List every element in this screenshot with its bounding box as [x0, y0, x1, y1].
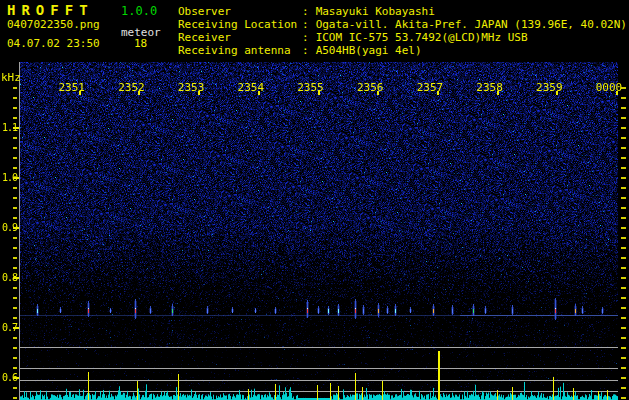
app-version: 1.0.0: [121, 4, 157, 18]
freq-minor-tick-right: [621, 197, 626, 199]
freq-minor-tick-right: [621, 137, 626, 139]
time-tick: [616, 91, 618, 95]
freq-minor-tick-right: [621, 317, 626, 319]
time-tick: [377, 91, 379, 95]
info-row: Receiving Location:Ogata-vill. Akita-Pre…: [178, 18, 627, 31]
freq-minor-tick-right: [621, 387, 626, 389]
freq-minor-tick-right: [621, 357, 626, 359]
time-tick: [79, 91, 81, 95]
freq-minor-tick: [13, 287, 17, 289]
freq-minor-tick-right: [621, 187, 626, 189]
freq-minor-tick: [13, 157, 17, 159]
info-separator: :: [302, 18, 309, 31]
freq-minor-tick: [13, 107, 17, 109]
hrofft-screen: HROFFT 1.0.0 0407022350.png meteor 04.07…: [0, 0, 629, 400]
freq-minor-tick-right: [621, 107, 626, 109]
freq-minor-tick: [13, 267, 17, 269]
freq-minor-tick-right: [621, 207, 626, 209]
freq-minor-tick: [13, 167, 17, 169]
time-tick-label: 2359: [527, 81, 571, 94]
freq-minor-tick: [13, 257, 17, 259]
time-tick: [497, 91, 499, 95]
time-tick-label: 2357: [408, 81, 452, 94]
freq-minor-tick-right: [621, 127, 626, 129]
freq-minor-tick: [13, 207, 17, 209]
info-value: Ogata-vill. Akita-Pref. JAPAN (139.96E, …: [316, 18, 627, 31]
info-label: Receiving Location: [178, 18, 302, 31]
freq-minor-tick: [13, 217, 17, 219]
info-label: Observer: [178, 5, 302, 18]
info-separator: :: [302, 31, 309, 44]
freq-minor-tick: [13, 147, 17, 149]
freq-minor-tick-right: [621, 377, 626, 379]
freq-tick-label: 1.0: [0, 172, 17, 183]
freq-minor-tick: [13, 87, 17, 89]
freq-minor-tick-right: [621, 397, 626, 399]
freq-minor-tick-right: [621, 327, 626, 329]
station-info: Observer:Masayuki KobayashiReceiving Loc…: [178, 5, 627, 57]
freq-minor-tick-right: [621, 217, 626, 219]
freq-minor-tick: [13, 117, 17, 119]
frequency-axis-unit: kHz: [1, 71, 21, 84]
time-tick-label: 2355: [289, 81, 333, 94]
freq-minor-tick-right: [621, 277, 626, 279]
freq-minor-tick-right: [621, 337, 626, 339]
freq-tick-label: 1.1: [0, 122, 17, 133]
freq-minor-tick-right: [621, 307, 626, 309]
info-row: Receiving antenna:A504HB(yagi 4el): [178, 44, 627, 57]
freq-minor-tick-right: [621, 297, 626, 299]
freq-minor-tick: [13, 197, 17, 199]
freq-minor-tick: [13, 237, 17, 239]
observation-datetime: 04.07.02 23:50: [7, 37, 100, 50]
freq-minor-tick: [13, 357, 17, 359]
time-tick: [437, 91, 439, 95]
time-tick: [318, 91, 320, 95]
echo-count: 18: [134, 37, 147, 50]
time-tick: [198, 91, 200, 95]
time-tick-label: 2352: [109, 81, 153, 94]
time-tick: [138, 91, 140, 95]
time-tick-label: 0000: [587, 81, 629, 94]
info-separator: :: [302, 44, 309, 57]
freq-tick-label: 0.8: [0, 272, 17, 283]
freq-minor-tick-right: [621, 347, 626, 349]
freq-minor-tick: [13, 347, 17, 349]
info-label: Receiver: [178, 31, 302, 44]
freq-minor-tick-right: [621, 237, 626, 239]
freq-tick-label: 0.9: [0, 222, 17, 233]
freq-minor-tick-right: [621, 177, 626, 179]
time-tick-label: 2358: [468, 81, 512, 94]
info-value: A504HB(yagi 4el): [316, 44, 422, 57]
freq-minor-tick-right: [621, 117, 626, 119]
info-separator: :: [302, 5, 309, 18]
time-tick: [556, 91, 558, 95]
freq-minor-tick-right: [621, 97, 626, 99]
freq-minor-tick: [13, 337, 17, 339]
freq-minor-tick: [13, 297, 17, 299]
freq-minor-tick: [13, 247, 17, 249]
freq-minor-tick-right: [621, 267, 626, 269]
info-row: Receiver:ICOM IC-575 53.7492(@LCD)MHz US…: [178, 31, 627, 44]
freq-minor-tick: [13, 387, 17, 389]
freq-minor-tick: [13, 317, 17, 319]
time-tick: [258, 91, 260, 95]
freq-minor-tick: [13, 307, 17, 309]
time-tick-label: 2351: [50, 81, 94, 94]
time-tick-label: 2356: [348, 81, 392, 94]
info-row: Observer:Masayuki Kobayashi: [178, 5, 627, 18]
freq-minor-tick-right: [621, 157, 626, 159]
freq-minor-tick-right: [621, 167, 626, 169]
info-label: Receiving antenna: [178, 44, 302, 57]
freq-minor-tick: [13, 137, 17, 139]
spectrogram-canvas: [20, 62, 618, 400]
freq-minor-tick-right: [621, 247, 626, 249]
time-tick-label: 2353: [169, 81, 213, 94]
freq-minor-tick-right: [621, 227, 626, 229]
freq-minor-tick-right: [621, 147, 626, 149]
freq-minor-tick-right: [621, 257, 626, 259]
output-filename: 0407022350.png: [7, 18, 100, 31]
info-value: Masayuki Kobayashi: [316, 5, 435, 18]
freq-minor-tick-right: [621, 367, 626, 369]
freq-minor-tick: [13, 97, 17, 99]
time-tick-label: 2354: [229, 81, 273, 94]
